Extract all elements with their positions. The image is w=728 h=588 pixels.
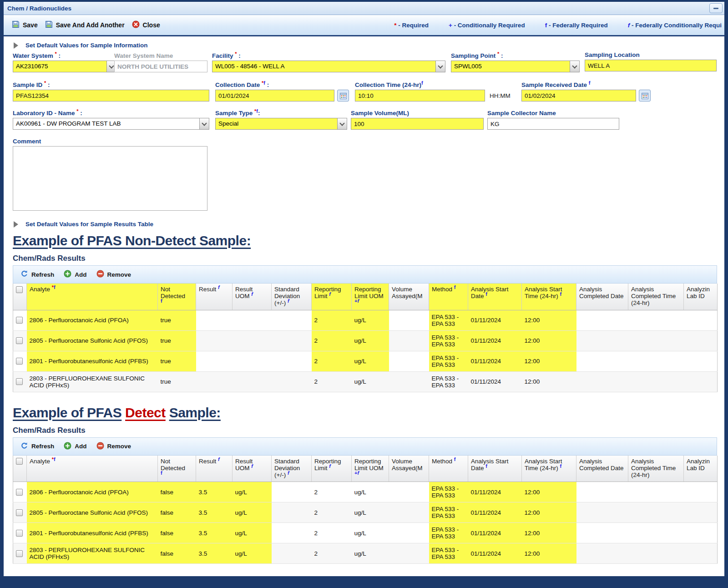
facility-select[interactable]: WL005 - 48546 - WELL A xyxy=(212,61,445,72)
add-button[interactable]: Add xyxy=(61,269,89,280)
std-dev-cell xyxy=(272,482,312,502)
col-volume-assayed: Volume Assayed(M xyxy=(389,284,429,310)
col-result: Result f xyxy=(196,284,233,310)
save-and-add-another-button[interactable]: Save And Add Another xyxy=(41,19,128,31)
chevron-down-icon[interactable] xyxy=(199,118,209,130)
volume-cell xyxy=(389,371,429,392)
reporting-limit-uom-cell: ug/L xyxy=(352,351,389,371)
calendar-icon[interactable] xyxy=(337,90,349,101)
sample-id-input[interactable] xyxy=(13,90,209,101)
row-checkbox[interactable] xyxy=(16,530,23,537)
analysis-completed-date-cell xyxy=(576,330,628,351)
row-checkbox[interactable] xyxy=(16,489,23,496)
chevron-down-icon[interactable] xyxy=(435,61,445,72)
chevron-down-icon[interactable] xyxy=(570,61,580,72)
add-icon xyxy=(64,270,71,279)
remove-button[interactable]: Remove xyxy=(94,441,134,452)
sample-received-date-label: Sample Received Date f xyxy=(521,81,652,88)
sample-type-label: Sample Type *f: xyxy=(215,110,347,117)
col-analysis-start-date: Analysis Start Date f xyxy=(468,456,522,482)
checkbox-cell xyxy=(13,310,27,330)
row-checkbox[interactable] xyxy=(16,509,23,516)
sample-type-select[interactable]: Special xyxy=(215,118,347,130)
analysis-start-date-cell: 01/11/2024 xyxy=(468,523,522,543)
sampling-point-label: Sampling Point * : xyxy=(451,52,580,59)
result-uom-cell: ug/L xyxy=(233,502,272,523)
sampling-location-label: Sampling Location xyxy=(585,51,717,58)
save-label: Save xyxy=(23,21,38,29)
window: Chem / Radionuclides Save Save And Add A… xyxy=(0,0,728,588)
save-and-add-another-label: Save And Add Another xyxy=(56,21,125,29)
water-system-value: AK2310675 xyxy=(13,61,106,72)
expander-sample-results[interactable]: Set Default Values for Sample Results Ta… xyxy=(4,214,724,228)
checkbox-cell xyxy=(13,523,27,543)
collection-time-input[interactable] xyxy=(355,90,485,101)
reporting-limit-cell: 2 xyxy=(312,502,352,523)
analysis-completed-time-cell xyxy=(628,502,684,523)
select-all-checkbox[interactable] xyxy=(16,286,23,293)
save-button[interactable]: Save xyxy=(8,19,41,31)
save-icon xyxy=(45,20,53,30)
row-checkbox[interactable] xyxy=(16,358,23,365)
reporting-limit-cell: 2 xyxy=(312,371,352,392)
sample-volume-input[interactable] xyxy=(351,118,484,130)
analyte-cell: 2806 - Perfluoroctanoic Acid (PFOA) xyxy=(27,482,158,502)
detect-word: Detect xyxy=(125,405,166,420)
sampling-point-value: SPWL005 xyxy=(451,61,570,72)
row-checkbox[interactable] xyxy=(16,317,23,324)
add-button[interactable]: Add xyxy=(61,441,89,452)
sample-collector-label: Sample Collector Name xyxy=(487,110,619,117)
row-checkbox[interactable] xyxy=(16,378,23,385)
not-detected-cell: true xyxy=(158,330,196,351)
analyzing-lab-id-cell xyxy=(684,502,718,523)
col-analyte: Analyte *f xyxy=(27,284,158,310)
sample-received-date-input[interactable] xyxy=(521,90,636,101)
analysis-start-time-cell: 12:00 xyxy=(522,371,576,392)
refresh-button[interactable]: Refresh xyxy=(18,441,57,452)
water-system-select[interactable]: AK2310675 xyxy=(13,61,116,72)
checkbox-cell xyxy=(13,351,27,371)
chevron-down-icon[interactable] xyxy=(337,118,347,130)
analyte-cell: 2803 - PERFLUOROHEXANE SULFONIC ACID (PF… xyxy=(27,371,158,392)
expander-sample-information[interactable]: Set Default Values for Sample Informatio… xyxy=(4,36,724,49)
select-all-checkbox-cell xyxy=(13,456,27,482)
title-bar: Chem / Radionuclides xyxy=(4,2,724,15)
checkbox-cell xyxy=(13,502,27,523)
minimize-button[interactable] xyxy=(709,3,723,13)
close-label: Close xyxy=(143,21,160,29)
refresh-button[interactable]: Refresh xyxy=(18,269,57,280)
expander-sample-results-label: Set Default Values for Sample Results Ta… xyxy=(25,221,153,228)
result-uom-cell: ug/L xyxy=(233,543,272,564)
close-button[interactable]: Close xyxy=(128,19,164,31)
sample-type-group: Sample Type *f: Special xyxy=(215,110,347,130)
refresh-icon xyxy=(20,270,28,279)
calendar-icon[interactable] xyxy=(639,90,651,101)
main-toolbar: Save Save And Add Another Close * - Requ… xyxy=(4,15,724,36)
comment-group: Comment xyxy=(13,138,208,212)
method-cell: EPA 533 - EPA 533 xyxy=(429,543,468,564)
select-all-checkbox[interactable] xyxy=(16,458,23,465)
reporting-limit-uom-cell: ug/L xyxy=(352,543,389,564)
comment-textarea[interactable] xyxy=(13,146,207,211)
row-checkbox[interactable] xyxy=(16,337,23,344)
sample-id-group: Sample ID * : xyxy=(13,81,209,101)
remove-button[interactable]: Remove xyxy=(94,269,134,280)
reporting-limit-uom-cell: ug/L xyxy=(352,330,389,351)
water-system-name-label: Water System Name xyxy=(114,52,207,59)
comment-label: Comment xyxy=(13,138,208,145)
sampling-point-select[interactable]: SPWL005 xyxy=(451,61,580,72)
time-format-hint: HH:MM xyxy=(490,92,511,99)
required-legend: * - Required + - Conditionally Required … xyxy=(394,22,722,29)
laboratory-select[interactable]: AK00961 - DW PROGRAM TEST LAB xyxy=(13,118,209,130)
expand-arrow-icon xyxy=(14,42,18,49)
row-checkbox[interactable] xyxy=(16,550,23,557)
analysis-completed-time-cell xyxy=(628,371,684,392)
sampling-location-input[interactable] xyxy=(585,60,717,71)
sampling-point-group: Sampling Point * : SPWL005 xyxy=(451,52,580,72)
collection-time-label: Collection Time (24-hr)f xyxy=(355,81,514,88)
sample-collector-input[interactable] xyxy=(487,118,619,130)
table-row: 2806 - Perfluoroctanoic Acid (PFOA) fals… xyxy=(13,482,718,502)
collection-time-group: Collection Time (24-hr)f HH:MM xyxy=(355,81,514,101)
collection-date-input[interactable] xyxy=(215,90,334,101)
analysis-completed-time-cell xyxy=(628,543,684,564)
